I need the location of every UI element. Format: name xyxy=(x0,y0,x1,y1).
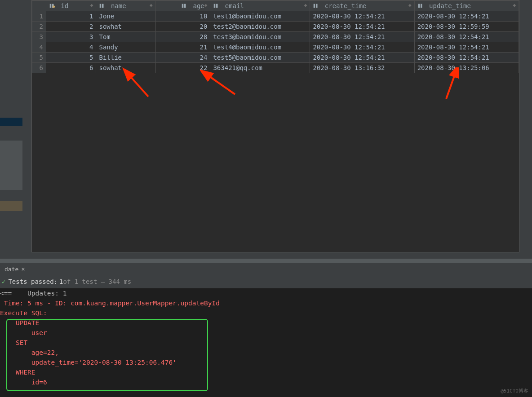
header-name[interactable]: name◆ xyxy=(96,1,155,11)
cell-update-time[interactable]: 2020-08-30 12:59:59 xyxy=(414,22,519,32)
horizontal-splitter[interactable] xyxy=(0,259,532,263)
svg-rect-10 xyxy=(316,4,318,8)
check-icon: ✓ xyxy=(2,278,5,285)
column-icon xyxy=(417,3,424,9)
header-create-time[interactable]: create_time◆ xyxy=(310,1,414,11)
primary-key-icon xyxy=(49,3,55,9)
cell-create-time[interactable]: 2020-08-30 12:54:21 xyxy=(310,53,414,63)
cell-id[interactable]: 2 xyxy=(46,22,96,32)
column-icon xyxy=(181,3,187,9)
svg-rect-5 xyxy=(182,4,184,8)
cell-name[interactable]: Jone xyxy=(96,11,155,22)
cell-age[interactable]: 24 xyxy=(155,53,210,63)
table-row[interactable]: 66sowhat22363421@qq.com2020-08-30 13:16:… xyxy=(32,63,519,73)
header-id[interactable]: id◆ xyxy=(46,1,96,11)
column-icon xyxy=(213,3,219,9)
header-update-time[interactable]: update_time◆ xyxy=(414,1,519,11)
sidebar-panel: ests xyxy=(0,141,22,190)
svg-rect-3 xyxy=(100,4,102,8)
sql-update: UPDATE xyxy=(0,319,39,326)
cell-id[interactable]: 5 xyxy=(46,53,96,63)
sidebar-active-item[interactable] xyxy=(0,118,22,126)
cell-create-time[interactable]: 2020-08-30 12:54:21 xyxy=(310,32,414,42)
cell-create-time[interactable]: 2020-08-30 13:16:32 xyxy=(310,63,414,73)
svg-rect-12 xyxy=(421,4,422,8)
sort-icon[interactable]: ◆ xyxy=(513,2,516,8)
sort-icon[interactable]: ◆ xyxy=(304,2,307,8)
cell-email[interactable]: test5@baomidou.com xyxy=(210,53,310,63)
svg-point-2 xyxy=(53,5,55,8)
cell-create-time[interactable]: 2020-08-30 12:54:21 xyxy=(310,11,414,22)
sql-where: WHERE xyxy=(0,369,35,376)
console-tab-bar: date × xyxy=(0,263,532,275)
sort-icon[interactable]: ◆ xyxy=(90,2,93,8)
table-row[interactable]: 55Billie24test5@baomidou.com2020-08-30 1… xyxy=(32,53,519,63)
cell-age[interactable]: 20 xyxy=(155,22,210,32)
cell-create-time[interactable]: 2020-08-30 12:54:21 xyxy=(310,22,414,32)
cell-name[interactable]: Sandy xyxy=(96,42,155,53)
cell-name[interactable]: sowhat xyxy=(96,22,155,32)
sql-id: id=6 xyxy=(0,379,51,386)
cell-id[interactable]: 6 xyxy=(46,63,96,73)
cell-rownum: 4 xyxy=(32,42,46,53)
svg-rect-4 xyxy=(102,4,104,8)
column-icon xyxy=(313,3,319,9)
data-grid[interactable]: id◆ name◆ age◆ email◆ xyxy=(31,0,519,252)
cell-email[interactable]: test3@baomidou.com xyxy=(210,32,310,42)
cell-name[interactable]: sowhat xyxy=(96,63,155,73)
cell-update-time[interactable]: 2020-08-30 12:54:21 xyxy=(414,32,519,42)
cell-name[interactable]: Billie xyxy=(96,53,155,63)
watermark: @51CTO博客 xyxy=(501,388,528,394)
cell-email[interactable]: test1@baomidou.com xyxy=(210,11,310,22)
table-row[interactable]: 22sowhat20test2@baomidou.com2020-08-30 1… xyxy=(32,22,519,32)
header-email[interactable]: email◆ xyxy=(210,1,310,11)
svg-rect-7 xyxy=(214,4,216,8)
cell-update-time[interactable]: 2020-08-30 12:54:21 xyxy=(414,42,519,53)
table-header-row: id◆ name◆ age◆ email◆ xyxy=(32,1,519,11)
cell-update-time[interactable]: 2020-08-30 12:54:21 xyxy=(414,11,519,22)
cell-age[interactable]: 28 xyxy=(155,32,210,42)
sql-table: user xyxy=(0,329,51,336)
svg-rect-8 xyxy=(216,4,218,8)
sort-icon[interactable]: ◆ xyxy=(204,2,208,8)
cell-rownum: 6 xyxy=(32,63,46,73)
table-row[interactable]: 44Sandy21test4@baomidou.com2020-08-30 12… xyxy=(32,42,519,53)
svg-rect-9 xyxy=(314,4,315,8)
console-output[interactable]: <== Updates: 1 Time: 5 ms - ID: com.kuan… xyxy=(0,288,532,397)
svg-rect-0 xyxy=(50,4,52,8)
cell-name[interactable]: Tom xyxy=(96,32,155,42)
header-age[interactable]: age◆ xyxy=(155,1,210,11)
sql-set: SET xyxy=(0,339,27,346)
table-row[interactable]: 33Tom28test3@baomidou.com2020-08-30 12:5… xyxy=(32,32,519,42)
cell-age[interactable]: 18 xyxy=(155,11,210,22)
tests-passed-count: 1 xyxy=(59,278,63,285)
cell-update-time[interactable]: 2020-08-30 13:25:06 xyxy=(414,63,519,73)
tests-passed-tail: of 1 test – 344 ms xyxy=(63,278,131,285)
cell-id[interactable]: 1 xyxy=(46,11,96,22)
header-rownum xyxy=(32,1,46,11)
cell-rownum: 2 xyxy=(32,22,46,32)
sort-icon[interactable]: ◆ xyxy=(150,2,153,8)
cell-email[interactable]: test4@baomidou.com xyxy=(210,42,310,53)
svg-rect-6 xyxy=(184,4,186,8)
tab-date[interactable]: date × xyxy=(1,264,27,274)
cell-id[interactable]: 4 xyxy=(46,42,96,53)
sidebar-highlight-item[interactable] xyxy=(0,201,22,211)
cell-rownum: 5 xyxy=(32,53,46,63)
tab-label: date xyxy=(4,266,18,273)
test-status-bar: ✓ Tests passed: 1 of 1 test – 344 ms xyxy=(0,275,532,289)
cell-email[interactable]: test2@baomidou.com xyxy=(210,22,310,32)
column-icon xyxy=(99,3,105,9)
cell-create-time[interactable]: 2020-08-30 12:54:21 xyxy=(310,42,414,53)
table-row[interactable]: 11Jone18test1@baomidou.com2020-08-30 12:… xyxy=(32,11,519,22)
cell-id[interactable]: 3 xyxy=(46,32,96,42)
sidebar: ests xyxy=(0,0,22,265)
close-icon[interactable]: × xyxy=(21,265,25,273)
sort-icon[interactable]: ◆ xyxy=(408,2,412,8)
cell-age[interactable]: 22 xyxy=(155,63,210,73)
cell-age[interactable]: 21 xyxy=(155,42,210,53)
tests-passed-label: Tests passed: xyxy=(8,278,58,285)
cell-update-time[interactable]: 2020-08-30 12:54:21 xyxy=(414,53,519,63)
cell-rownum: 3 xyxy=(32,32,46,42)
cell-email[interactable]: 363421@qq.com xyxy=(210,63,310,73)
